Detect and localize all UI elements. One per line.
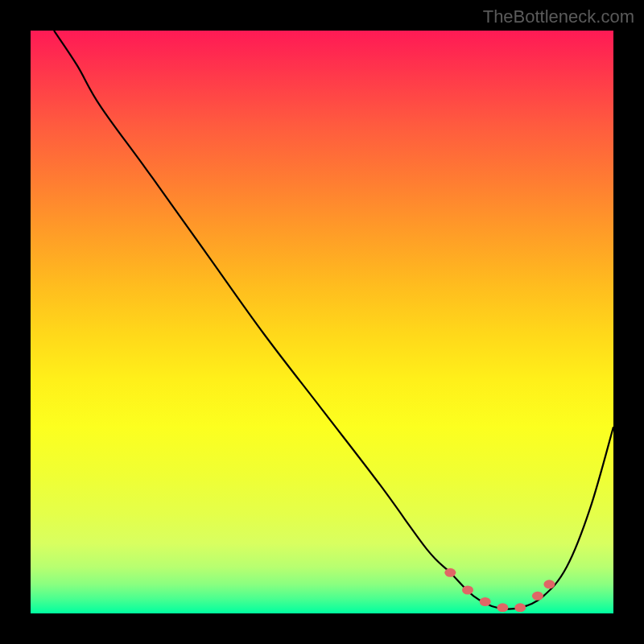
plot-background-gradient — [31, 31, 613, 613]
watermark-text: TheBottleneck.com — [483, 6, 634, 27]
chart-container: TheBottleneck.com — [0, 0, 644, 644]
